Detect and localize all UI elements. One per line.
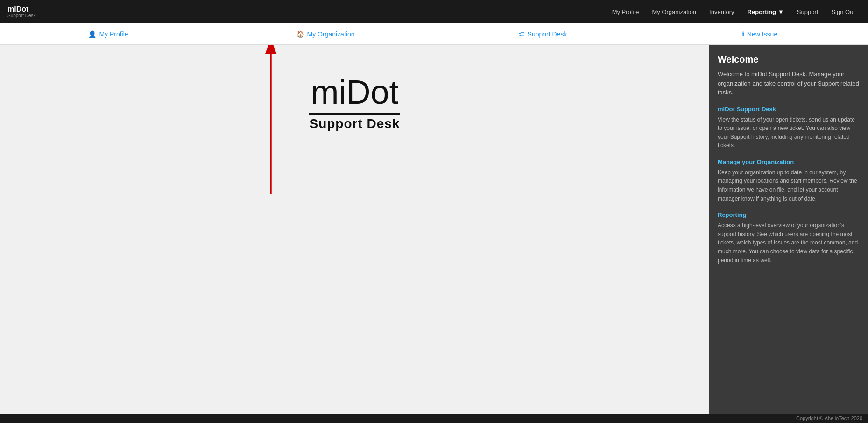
- topnav-reporting[interactable]: Reporting▼: [742, 0, 790, 23]
- logo: miDot Support Desk: [7, 5, 36, 19]
- secondary-navigation: 👤 My Profile 🏠 My Organization 🏷 Support…: [0, 23, 868, 45]
- sidebar-section-body-support: View the status of your open tickets, se…: [718, 115, 860, 150]
- caret-icon: ▼: [778, 8, 784, 15]
- sidebar-title: Welcome: [718, 54, 860, 65]
- info-icon: ℹ: [742, 30, 744, 38]
- sidebar-welcome-text: Welcome to miDot Support Desk. Manage yo…: [718, 70, 860, 97]
- sidebar: Welcome Welcome to miDot Support Desk. M…: [709, 45, 868, 414]
- sidebar-section-title-reporting[interactable]: Reporting: [718, 211, 860, 218]
- top-nav-links: My Profile My Organization Inventory Rep…: [607, 0, 861, 23]
- nav-support-desk-label: Support Desk: [528, 30, 567, 38]
- sidebar-section-organization: Manage your Organization Keep your organ…: [718, 158, 860, 203]
- tag-icon: 🏷: [518, 30, 525, 38]
- content-area: miDot Support Desk: [0, 45, 709, 414]
- brand-name: miDot: [309, 73, 400, 115]
- main-layout: miDot Support Desk Welcome Welco: [0, 45, 868, 414]
- logo-main: miDot: [7, 5, 36, 14]
- home-icon: 🏠: [296, 30, 304, 38]
- logo-sub: Support Desk: [7, 13, 36, 18]
- top-navigation: miDot Support Desk My Profile My Organiz…: [0, 0, 868, 23]
- topnav-my-organization[interactable]: My Organization: [646, 0, 702, 23]
- nav-my-profile-label: My Profile: [99, 30, 128, 38]
- topnav-my-profile[interactable]: My Profile: [607, 0, 645, 23]
- sidebar-section-reporting: Reporting Access a high-level overview o…: [718, 211, 860, 265]
- person-icon: 👤: [88, 30, 96, 38]
- sidebar-section-support-desk: miDot Support Desk View the status of yo…: [718, 106, 860, 150]
- nav-my-organization-label: My Organization: [307, 30, 355, 38]
- nav-new-issue-label: New Issue: [747, 30, 777, 38]
- brand-center: miDot Support Desk: [309, 73, 400, 131]
- brand-tagline: Support Desk: [309, 116, 400, 131]
- sidebar-section-body-reporting: Access a high-level overview of your org…: [718, 221, 860, 265]
- nav-my-profile[interactable]: 👤 My Profile: [0, 23, 217, 44]
- nav-support-desk[interactable]: 🏷 Support Desk: [434, 23, 651, 44]
- nav-new-issue[interactable]: ℹ New Issue: [651, 23, 868, 44]
- topnav-inventory[interactable]: Inventory: [704, 0, 740, 23]
- nav-my-organization[interactable]: 🏠 My Organization: [217, 23, 434, 44]
- topnav-sign-out[interactable]: Sign Out: [826, 0, 861, 23]
- sidebar-section-title-support[interactable]: miDot Support Desk: [718, 106, 860, 113]
- footer-text: Copyright © AhelloTech 2020: [796, 416, 862, 421]
- sidebar-section-body-org: Keep your organization up to date in our…: [718, 168, 860, 203]
- sidebar-section-title-org[interactable]: Manage your Organization: [718, 158, 860, 165]
- topnav-support[interactable]: Support: [791, 0, 824, 23]
- page-footer: Copyright © AhelloTech 2020: [0, 414, 868, 423]
